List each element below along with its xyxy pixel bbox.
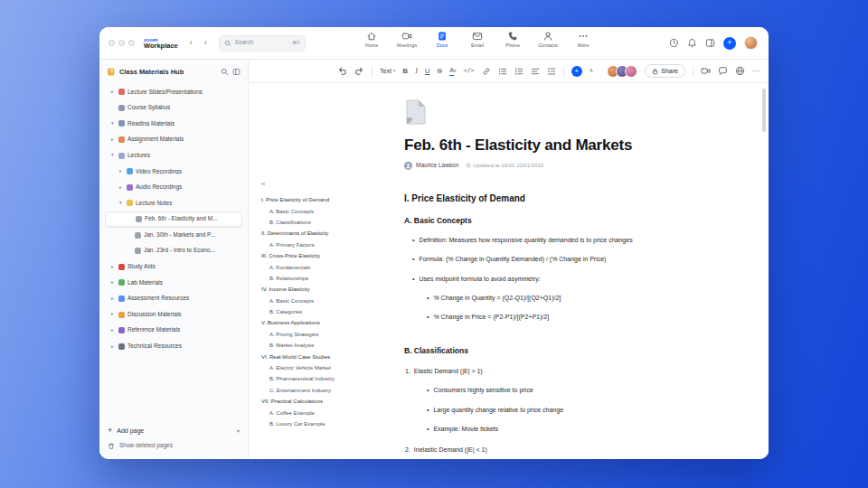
chevron-right-icon[interactable]: ▸ [109, 280, 116, 286]
chevron-right-icon[interactable]: ▸ [109, 344, 116, 350]
sidebar-item[interactable]: ▸Lecture Slides/Presentations [105, 84, 242, 100]
strikethrough-button[interactable]: S [438, 68, 442, 75]
document-title[interactable]: Feb. 6th - Elasticity and Markets [404, 137, 707, 155]
sidebar-item[interactable]: Feb. 6th - Elasticity and M... [105, 211, 242, 228]
outline-item[interactable]: B. Market Analysis [261, 340, 399, 351]
text-color-button[interactable]: A ▾ [449, 67, 457, 76]
back-button[interactable]: ‹ [185, 37, 197, 49]
outline-item[interactable]: VI. Real-World Case Studies [261, 351, 399, 361]
chevron-right-icon[interactable]: ▸ [118, 185, 124, 191]
sidebar-item[interactable]: ▸Reference Materials [105, 323, 242, 339]
outline-item[interactable]: A. Pricing Strategies [261, 329, 399, 340]
chevron-right-icon[interactable]: ▸ [109, 89, 116, 95]
bullet-list-button[interactable] [498, 67, 507, 76]
align-button[interactable] [531, 67, 540, 76]
chevron-right-icon[interactable]: ▸ [109, 137, 116, 143]
sidebar-item[interactable]: ▸Technical Resources [105, 339, 242, 355]
indent-button[interactable] [547, 67, 556, 76]
new-item-button[interactable]: + [723, 37, 736, 50]
sidebar-search-icon[interactable] [221, 68, 229, 76]
chevron-down-icon[interactable]: ▾ [109, 153, 116, 158]
outline-item[interactable]: B. Luxury Car Example [261, 418, 399, 429]
outline-item[interactable]: A. Basic Concepts [261, 296, 399, 306]
numbered-list-button[interactable] [514, 67, 524, 76]
insert-block-button[interactable]: + [571, 66, 582, 77]
comments-button[interactable] [718, 66, 728, 76]
text-style-dropdown[interactable]: Text ▾ [380, 68, 395, 74]
more-options-button[interactable]: ⋯ [752, 68, 760, 75]
bell-icon[interactable] [687, 38, 697, 48]
code-button[interactable]: </> [464, 68, 475, 74]
tab-home[interactable]: Home [360, 31, 383, 49]
minimize-window-button[interactable] [118, 40, 125, 46]
sidebar-item[interactable]: Course Syllabus [105, 100, 242, 117]
document-canvas[interactable]: « I. Price Elasticity of DemandA. Basic … [249, 83, 769, 459]
underline-button[interactable]: U [425, 68, 430, 75]
collaborator-avatar[interactable] [625, 65, 637, 78]
italic-button[interactable]: I [415, 68, 418, 75]
collapse-toolbar-button[interactable]: ∧ [590, 68, 594, 74]
outline-item[interactable]: A. Primary Factors [261, 239, 399, 250]
sidebar-item[interactable]: Jan. 30th - Markets and P... [105, 227, 242, 243]
outline-item[interactable]: IV. Income Elasticity [261, 284, 399, 295]
undo-button[interactable] [337, 66, 347, 76]
outline-item[interactable]: III. Cross-Price Elasticity [261, 250, 399, 261]
outline-item[interactable]: I. Price Elasticity of Demand [261, 194, 399, 205]
tab-phone[interactable]: Phone [501, 31, 524, 49]
chevron-right-icon[interactable]: ▸ [109, 296, 116, 302]
outline-item[interactable]: A. Electric Vehicle Market [261, 362, 399, 373]
user-avatar[interactable] [744, 36, 758, 50]
share-button[interactable]: Share [645, 64, 685, 78]
add-page-chevron-icon[interactable]: ▾ [237, 428, 240, 434]
sidebar-item[interactable]: ▸Assessment Resources [105, 291, 242, 307]
outline-item[interactable]: V. Business Applications [261, 317, 399, 328]
forward-button[interactable]: › [200, 37, 212, 49]
chevron-down-icon[interactable]: ▾ [118, 201, 124, 206]
outline-item[interactable]: B. Pharmaceutical Industry [261, 373, 399, 384]
tab-email[interactable]: Email [466, 31, 489, 49]
collapse-outline-button[interactable]: « [261, 181, 399, 188]
language-globe-button[interactable] [735, 66, 745, 76]
tab-more[interactable]: More [571, 31, 595, 49]
chevron-right-icon[interactable]: ▸ [109, 328, 116, 333]
panel-toggle-icon[interactable] [705, 38, 715, 48]
bold-button[interactable]: B [402, 68, 408, 75]
outline-item[interactable]: C. Entertainment Industry [261, 385, 399, 396]
sidebar-item[interactable]: ▾Reading Materials [105, 116, 242, 132]
close-window-button[interactable] [108, 40, 115, 46]
sidebar-item[interactable]: ▸Video Recordings [105, 164, 242, 180]
outline-item[interactable]: II. Determinants of Elasticity [261, 228, 399, 239]
chevron-right-icon[interactable]: ▸ [109, 312, 116, 317]
outline-item[interactable]: A. Basic Concepts [261, 205, 399, 216]
sidebar-item[interactable]: ▾Lectures [105, 147, 242, 164]
outline-item[interactable]: A. Fundamentals [261, 261, 399, 272]
maximize-window-button[interactable] [128, 40, 135, 46]
tab-docs[interactable]: Docs [430, 31, 454, 49]
outline-item[interactable]: B. Classifications [261, 217, 399, 228]
sidebar-item[interactable]: ▾Lecture Notes [105, 195, 242, 211]
sidebar-item[interactable]: Jan. 23rd - Intro to Econo... [105, 243, 242, 259]
chevron-right-icon[interactable]: ▸ [118, 169, 124, 174]
sidebar-item[interactable]: ▸Lab Materials [105, 275, 242, 291]
show-deleted-pages-button[interactable]: Show deleted pages [108, 442, 240, 450]
redo-button[interactable] [354, 66, 364, 76]
clock-icon[interactable] [669, 38, 679, 48]
collapse-sidebar-icon[interactable] [232, 68, 241, 76]
chevron-down-icon[interactable]: ▾ [109, 121, 116, 127]
global-search-input[interactable]: Search ⌘F [219, 35, 306, 52]
outline-item[interactable]: A. Coffee Example [261, 407, 399, 418]
link-button[interactable] [482, 67, 491, 76]
scrollbar-thumb[interactable] [762, 89, 766, 132]
tab-meetings[interactable]: Meetings [395, 31, 419, 49]
tab-contacts[interactable]: Contacts [536, 31, 560, 49]
outline-item[interactable]: VII. Practical Calculations [261, 396, 399, 407]
video-call-button[interactable] [701, 66, 711, 76]
sidebar-item[interactable]: ▸Assignment Materials [105, 132, 242, 148]
add-page-button[interactable]: + Add page ▾ [108, 427, 240, 435]
sidebar-item[interactable]: ▸Discussion Materials [105, 306, 242, 323]
outline-item[interactable]: B. Relationships [261, 273, 399, 284]
sidebar-item[interactable]: ▸Audio Recordings [105, 180, 242, 196]
outline-item[interactable]: B. Categories [261, 306, 399, 317]
sidebar-item[interactable]: ▸Study Aids [105, 259, 242, 276]
chevron-right-icon[interactable]: ▸ [109, 265, 116, 270]
